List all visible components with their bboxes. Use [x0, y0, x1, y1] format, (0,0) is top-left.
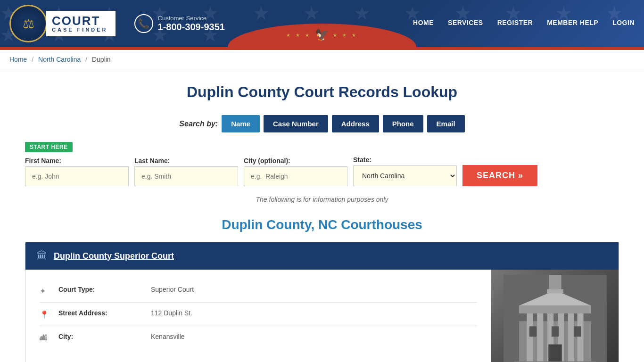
main-content: Duplin County Court Records Lookup Searc…: [16, 69, 628, 362]
courthouses-title: Duplin County, NC Courthouses: [25, 217, 619, 232]
nav-services[interactable]: SERVICES: [448, 19, 483, 28]
detail-icon-city: 🏙: [40, 334, 51, 342]
header-swoosh: ★ ★ ★ 🦅 ★ ★ ★: [228, 24, 416, 47]
nav-home[interactable]: HOME: [413, 19, 434, 28]
start-here-badge: START HERE: [25, 142, 73, 152]
tab-phone[interactable]: Phone: [383, 115, 423, 132]
logo-text: COURT CASE FINDER: [46, 11, 116, 36]
svg-rect-14: [573, 326, 580, 337]
eagle-icon: 🦅: [315, 28, 329, 41]
cs-phone: 1-800-309-9351: [158, 22, 225, 33]
city-label: City (optional):: [244, 157, 347, 165]
nav-member-help[interactable]: MEMBER HELP: [547, 19, 598, 28]
last-name-field: Last Name:: [134, 157, 238, 186]
first-name-input[interactable]: [25, 166, 129, 186]
logo-area: ⚖ COURT CASE FINDER: [9, 5, 116, 42]
detail-icon-address: 📍: [40, 310, 51, 319]
state-label: State:: [353, 156, 457, 164]
site-header: ⚖ COURT CASE FINDER 📞 Customer Service 1…: [0, 0, 644, 47]
detail-icon-type: ✦: [40, 287, 51, 296]
tab-email[interactable]: Email: [427, 115, 465, 132]
courthouse-body: ✦ Court Type: Superior Court 📍 Street Ad…: [25, 270, 619, 362]
svg-rect-12: [529, 326, 536, 337]
svg-rect-3: [537, 311, 543, 362]
detail-row-type: ✦ Court Type: Superior Court: [40, 279, 477, 303]
logo-finder-text: CASE FINDER: [52, 27, 108, 33]
page-title: Duplin County Court Records Lookup: [25, 83, 619, 101]
svg-rect-13: [551, 326, 558, 337]
nav-login[interactable]: LOGIN: [612, 19, 635, 28]
search-form-area: START HERE First Name: Last Name: City (…: [25, 142, 619, 186]
stars-right: ★ ★ ★: [333, 33, 358, 38]
tab-case-number[interactable]: Case Number: [264, 115, 328, 132]
breadcrumb-home[interactable]: Home: [9, 56, 27, 63]
first-name-label: First Name:: [25, 157, 129, 165]
svg-rect-8: [519, 306, 591, 313]
search-button[interactable]: SEARCH »: [462, 165, 537, 186]
breadcrumb-sep-1: /: [32, 56, 33, 63]
search-form: First Name: Last Name: City (optional): …: [25, 156, 619, 186]
courthouse-building-icon: 🏛: [37, 250, 47, 262]
city-field: City (optional):: [244, 157, 347, 186]
detail-row-address: 📍 Street Address: 112 Duplin St.: [40, 303, 477, 326]
logo-court-text: COURT: [52, 15, 108, 27]
eagle-area: ★ ★ ★ 🦅 ★ ★ ★: [286, 28, 357, 41]
breadcrumb-county: Duplin: [92, 56, 111, 63]
detail-value-type: Superior Court: [151, 286, 194, 293]
search-by-label: Search by:: [179, 120, 218, 128]
customer-service: 📞 Customer Service 1-800-309-9351: [134, 14, 225, 33]
logo-scale-icon: ⚖: [23, 16, 34, 32]
tab-name[interactable]: Name: [222, 115, 260, 132]
breadcrumb: Home / North Carolina / Duplin: [0, 50, 644, 69]
detail-value-city: Kenansville: [151, 333, 185, 340]
courthouse-svg: [498, 275, 612, 362]
search-tabs-row: Search by: Name Case Number Address Phon…: [25, 115, 619, 132]
last-name-input[interactable]: [134, 166, 238, 186]
svg-rect-6: [568, 311, 574, 362]
detail-row-city: 🏙 City: Kenansville: [40, 326, 477, 349]
stars-left: ★ ★ ★: [286, 33, 311, 38]
logo-icon: ⚖: [9, 5, 47, 42]
main-nav: HOME SERVICES REGISTER MEMBER HELP LOGIN: [413, 19, 635, 28]
detail-label-city: City:: [58, 333, 143, 340]
detail-label-type: Court Type:: [58, 286, 143, 293]
svg-rect-15: [548, 345, 561, 362]
last-name-label: Last Name:: [134, 157, 238, 165]
info-note: The following is for information purpose…: [25, 196, 619, 203]
detail-value-address: 112 Duplin St.: [151, 309, 192, 317]
courthouse-card: 🏛 Duplin County Superior Court ✦ Court T…: [25, 242, 619, 362]
breadcrumb-sep-2: /: [85, 56, 87, 63]
phone-icon: 📞: [134, 14, 153, 33]
cs-label: Customer Service: [158, 15, 225, 22]
courthouse-details: ✦ Court Type: Superior Court 📍 Street Ad…: [25, 270, 491, 362]
svg-rect-10: [549, 275, 561, 291]
first-name-field: First Name:: [25, 157, 129, 186]
state-field: State: North Carolina Alabama Alaska Ari…: [353, 156, 457, 186]
breadcrumb-state[interactable]: North Carolina: [38, 56, 81, 63]
detail-label-address: Street Address:: [58, 309, 143, 317]
city-input[interactable]: [244, 166, 347, 186]
nav-register[interactable]: REGISTER: [497, 19, 533, 28]
courthouse-header: 🏛 Duplin County Superior Court: [25, 242, 619, 270]
courthouse-name[interactable]: Duplin County Superior Court: [54, 251, 174, 261]
courthouse-image: [491, 270, 619, 362]
state-select[interactable]: North Carolina Alabama Alaska Arizona Ca…: [353, 165, 457, 186]
svg-rect-11: [547, 289, 563, 294]
tab-address[interactable]: Address: [332, 115, 379, 132]
courthouse-photo: [491, 270, 619, 362]
